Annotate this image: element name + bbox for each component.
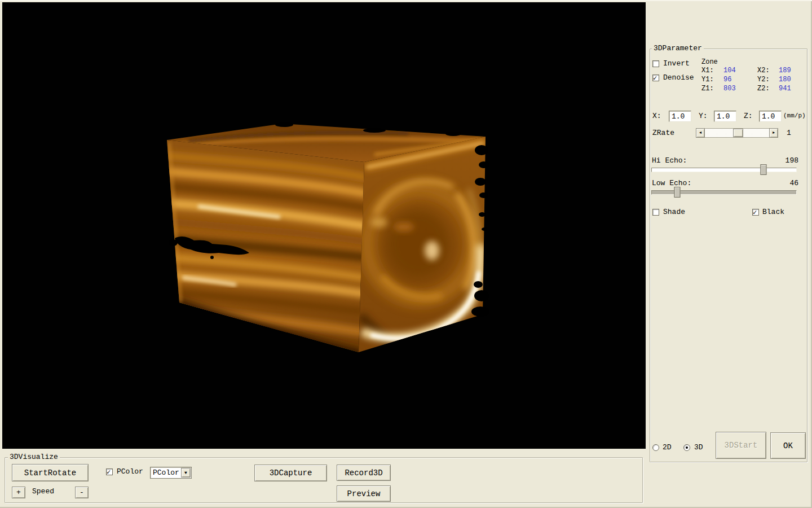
mode-3d-label: 3D [694,444,703,452]
low-echo-value: 46 [789,179,798,187]
hi-echo-thumb[interactable] [760,164,766,175]
y-scale-label: Y: [699,112,708,120]
speed-label: Speed [32,488,54,496]
pcolor-checkbox-label: PColor [117,468,143,476]
param-groupbox-title: 3DParameter [652,45,704,52]
x-scale-input[interactable] [669,111,691,122]
zrate-thumb[interactable] [733,129,743,137]
pcolor-combobox-value: PColor [153,468,179,477]
record-3d-button[interactable]: Record3D [337,465,391,481]
zrate-label: ZRate [652,129,674,137]
app-window: 3DParameter ✓ Invert ✓ Denoise Zone X1: … [0,0,812,508]
speed-minus-button[interactable]: - [75,487,89,498]
invert-checkbox[interactable]: ✓ [652,60,659,67]
z-scale-label: Z: [744,112,753,120]
shade-checkbox[interactable]: ✓ [652,209,659,216]
denoise-checkbox[interactable]: ✓ [652,75,659,81]
x-scale-label: X: [652,112,661,120]
check-icon: ✓ [653,74,657,82]
zone-y2-value: 180 [779,76,791,84]
check-icon: ✓ [107,468,111,476]
radio-dot-icon [686,446,688,449]
hi-echo-slider[interactable] [651,164,797,176]
z-scale-input[interactable] [759,111,782,122]
mode-2d-radio[interactable] [652,444,659,451]
zone-z1-value: 803 [723,85,736,93]
black-label: Black [762,208,784,216]
invert-label: Invert [663,60,690,68]
preview-button[interactable]: Preview [337,485,391,502]
y-scale-input[interactable] [714,111,736,122]
speed-plus-button[interactable]: + [12,487,25,498]
zrate-left-arrow-icon[interactable]: ◄ [696,128,705,138]
zone-x1-label: X1: [701,67,714,75]
pcolor-combobox[interactable]: PColor ▼ [150,467,192,479]
hi-echo-value: 198 [785,157,798,165]
dropdown-arrow-icon[interactable]: ▼ [181,468,191,478]
start-3d-button[interactable]: 3DStart [716,432,766,459]
black-checkbox[interactable]: ✓ [752,209,759,216]
low-echo-track[interactable] [651,190,797,195]
zone-x1-value: 104 [723,67,736,75]
mode-3d-radio[interactable] [683,444,690,451]
zrate-value: 1 [787,129,791,137]
hi-echo-label: Hi Echo: [652,157,687,165]
zone-z1-label: Z1: [701,85,714,93]
zone-x2-label: X2: [757,67,770,75]
zone-label: Zone [701,58,718,66]
pcolor-checkbox[interactable]: ✓ [106,468,113,475]
zone-y2-label: Y2: [757,76,770,84]
denoise-label: Denoise [663,74,694,82]
scale-unit-label: (mm/p) [783,112,806,120]
zone-z2-label: Z2: [757,85,770,93]
capture-3d-button[interactable]: 3DCapture [254,465,327,481]
zone-x2-value: 189 [779,67,791,75]
zone-y1-label: Y1: [701,76,714,84]
zone-y1-value: 96 [723,76,731,84]
start-rotate-button[interactable]: StartRotate [12,464,89,481]
low-echo-label: Low Echo: [652,179,691,187]
zrate-right-arrow-icon[interactable]: ► [769,128,778,138]
zrate-track[interactable] [705,128,769,138]
hi-echo-track[interactable] [651,168,797,172]
zone-z2-value: 941 [779,85,791,93]
shade-label: Shade [663,208,685,216]
render-viewport[interactable] [2,2,646,449]
low-echo-slider[interactable] [651,187,797,198]
ok-button[interactable]: OK [770,432,806,459]
mode-2d-label: 2D [663,444,672,452]
zrate-scrollbar[interactable]: ◄ ► [696,128,778,138]
check-icon: ✓ [753,208,757,217]
volume-render [2,2,646,449]
low-echo-thumb[interactable] [674,187,681,198]
visualize-groupbox-title: 3DVisualize [8,453,60,461]
